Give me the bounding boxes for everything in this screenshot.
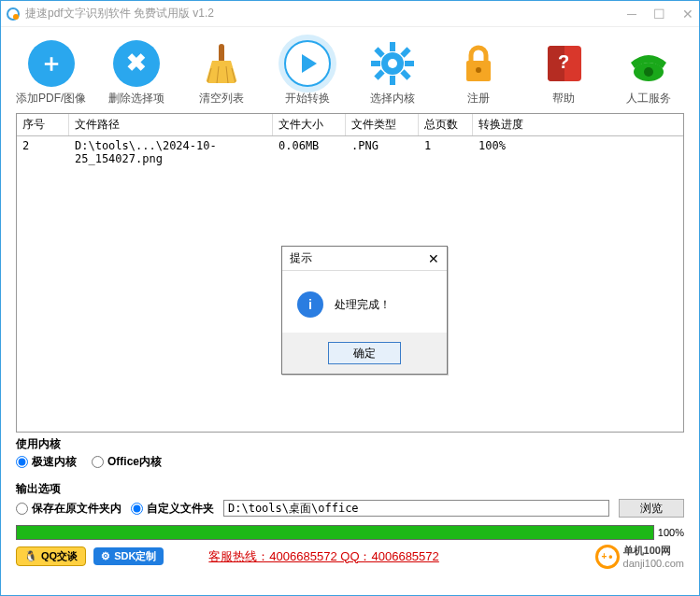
svg-rect-11 (401, 47, 411, 57)
clear-list-button[interactable]: 清空列表 (179, 40, 264, 106)
radio-fast-kernel[interactable]: 极速内核 (16, 454, 77, 470)
svg-rect-0 (219, 44, 224, 63)
gear-icon (369, 40, 416, 87)
output-section: 输出选项 保存在原文件夹内 自定义文件夹 浏览 (1, 477, 699, 521)
service-button[interactable]: 人工服务 (607, 40, 692, 106)
phone-icon (625, 40, 672, 87)
window-title: 捷速pdf文字识别软件 免费试用版 v1.2 (25, 6, 627, 21)
svg-rect-12 (375, 69, 385, 79)
register-button[interactable]: 注册 (436, 40, 521, 106)
output-path-input[interactable] (223, 500, 609, 517)
minimize-button[interactable]: ─ (627, 7, 636, 21)
svg-rect-9 (405, 61, 414, 66)
delete-button[interactable]: ✖ 删除选择项 (93, 40, 179, 106)
col-seq[interactable]: 序号 (17, 114, 69, 135)
gamepad-icon (595, 545, 620, 569)
start-convert-button[interactable]: 开始转换 (264, 40, 350, 106)
info-dialog: 提示 ✕ i 处理完成！ 确定 (281, 246, 448, 375)
help-book-icon: ? (540, 40, 587, 87)
app-logo-icon (7, 7, 20, 21)
radio-custom-folder[interactable]: 自定义文件夹 (131, 501, 214, 517)
table-header: 序号 文件路径 文件大小 文件类型 总页数 转换进度 (17, 114, 683, 136)
titlebar: 捷速pdf文字识别软件 免费试用版 v1.2 ─ ☐ ✕ (1, 1, 699, 27)
play-icon (284, 40, 331, 87)
col-progress[interactable]: 转换进度 (473, 114, 683, 135)
progress-percent: 100% (658, 527, 684, 538)
svg-rect-13 (401, 69, 411, 79)
footer: 🐧 QQ交谈 ⚙ SDK定制 客服热线：4006685572 QQ：400668… (16, 544, 684, 569)
col-size[interactable]: 文件大小 (273, 114, 346, 135)
svg-rect-6 (390, 42, 395, 51)
lock-icon (455, 40, 502, 87)
svg-rect-8 (371, 61, 380, 66)
dialog-title: 提示 (290, 250, 312, 266)
svg-rect-10 (375, 47, 385, 57)
progress-fill (16, 525, 654, 540)
svg-rect-7 (390, 76, 395, 85)
hotline-link[interactable]: 客服热线：4006685572 QQ：4006685572 (208, 548, 438, 565)
table-row[interactable]: 2 D:\tools\...\2024-10-25_154027.png 0.0… (17, 136, 683, 168)
qq-chat-button[interactable]: 🐧 QQ交谈 (16, 546, 86, 566)
svg-point-16 (476, 67, 481, 73)
radio-office-kernel[interactable]: Office内核 (92, 454, 162, 470)
col-path[interactable]: 文件路径 (69, 114, 273, 135)
col-pages[interactable]: 总页数 (419, 114, 473, 135)
help-button[interactable]: ? 帮助 (521, 40, 606, 106)
svg-point-14 (388, 59, 397, 68)
kernel-section: 使用内核 极速内核 Office内核 (1, 433, 699, 477)
col-type[interactable]: 文件类型 (346, 114, 419, 135)
maximize-button[interactable]: ☐ (653, 7, 665, 21)
info-icon: i (297, 291, 323, 318)
dialog-message: 处理完成！ (335, 297, 391, 313)
plus-icon: ＋ (28, 40, 75, 87)
dialog-close-button[interactable]: ✕ (428, 251, 439, 266)
output-title: 输出选项 (16, 481, 684, 497)
kernel-title: 使用内核 (16, 436, 684, 452)
svg-text:?: ? (558, 51, 569, 72)
add-pdf-button[interactable]: ＋ 添加PDF/图像 (8, 40, 93, 106)
main-toolbar: ＋ 添加PDF/图像 ✖ 删除选择项 清空列表 开始转换 选择内核 (1, 27, 699, 113)
brand-logo[interactable]: 单机100网 danji100.com (595, 544, 684, 569)
app-window: 捷速pdf文字识别软件 免费试用版 v1.2 ─ ☐ ✕ ＋ 添加PDF/图像 … (0, 0, 700, 596)
radio-save-original[interactable]: 保存在原文件夹内 (16, 501, 121, 517)
select-kernel-button[interactable]: 选择内核 (350, 40, 436, 106)
overall-progress: 100% (16, 525, 684, 540)
close-button[interactable]: ✕ (682, 7, 693, 21)
svg-point-19 (644, 67, 653, 77)
broom-icon (198, 40, 245, 87)
browse-button[interactable]: 浏览 (619, 499, 684, 518)
sdk-button[interactable]: ⚙ SDK定制 (93, 547, 164, 565)
x-icon: ✖ (113, 40, 160, 87)
dialog-ok-button[interactable]: 确定 (328, 342, 401, 364)
